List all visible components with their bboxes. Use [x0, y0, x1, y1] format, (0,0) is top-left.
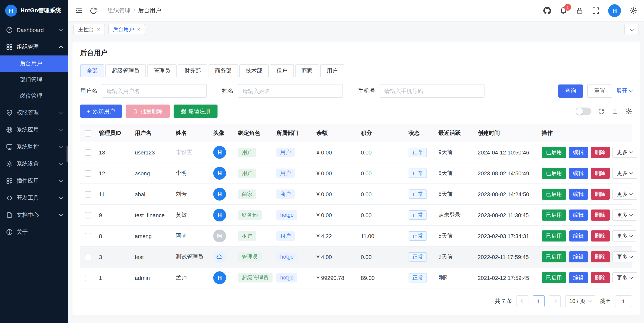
enabled-button[interactable]: 已启用 — [542, 272, 566, 283]
sidebar-item-devtools[interactable]: 开发工具 — [0, 189, 68, 206]
sidebar-item-perm[interactable]: 权限管理 — [0, 104, 68, 121]
avatar: H — [213, 146, 226, 159]
row-checkbox[interactable] — [85, 170, 91, 177]
more-button[interactable]: 更多 — [612, 209, 637, 221]
filter-tab-merchant[interactable]: 商家 — [295, 65, 319, 77]
column-header: 头像 — [210, 124, 234, 142]
select-all-checkbox[interactable] — [85, 130, 91, 136]
filter-tab-tech[interactable]: 技术部 — [239, 65, 269, 77]
app-logo[interactable]: H HotGo管理系统 — [0, 0, 68, 21]
reload-table-icon[interactable] — [598, 108, 605, 115]
row-checkbox[interactable] — [85, 191, 91, 198]
avatar: H — [213, 271, 226, 284]
filter-tab-admin[interactable]: 管理员 — [147, 65, 176, 77]
name-input[interactable] — [238, 84, 343, 98]
username-input[interactable] — [102, 84, 207, 98]
breadcrumb-item[interactable]: 组织管理 — [108, 7, 130, 15]
filter-tab-business[interactable]: 商务部 — [208, 65, 238, 77]
delete-button[interactable]: 删除 — [590, 209, 610, 221]
enabled-button[interactable]: 已启用 — [542, 147, 566, 158]
row-checkbox[interactable] — [85, 149, 91, 156]
edit-button[interactable]: 编辑 — [569, 147, 588, 158]
lock-icon[interactable] — [576, 7, 584, 15]
delete-button[interactable]: 删除 — [590, 168, 610, 179]
page-size-select[interactable]: 10 / 页 — [565, 295, 596, 307]
row-checkbox[interactable] — [85, 212, 91, 218]
delete-button[interactable]: 删除 — [590, 189, 610, 200]
menu-fold-icon[interactable] — [75, 7, 83, 15]
sidebar-subitem-dept[interactable]: 部门管理 — [0, 72, 68, 88]
row-checkbox[interactable] — [85, 275, 91, 281]
sidebar-item-monitor[interactable]: 系统监控 — [0, 138, 68, 155]
tab-backend-users[interactable]: 后台用户× — [108, 24, 145, 35]
expand-link[interactable]: 展开 — [616, 87, 632, 95]
sidebar-item-addons[interactable]: 插件应用 — [0, 172, 68, 189]
column-settings-icon[interactable] — [625, 108, 632, 115]
row-checkbox[interactable] — [85, 233, 91, 239]
more-button[interactable]: 更多 — [612, 168, 637, 179]
delete-button[interactable]: 删除 — [590, 251, 610, 262]
enabled-button[interactable]: 已启用 — [542, 168, 566, 179]
sidebar-item-setting[interactable]: 系统设置 — [0, 155, 68, 172]
tab-actions-button[interactable] — [624, 24, 639, 35]
enabled-button[interactable]: 已启用 — [542, 189, 566, 200]
notifications-button[interactable]: 1 — [560, 7, 567, 15]
striped-toggle[interactable] — [576, 107, 591, 115]
more-button[interactable]: 更多 — [612, 251, 637, 262]
close-icon[interactable]: × — [97, 27, 100, 33]
page-number-button[interactable]: 1 — [532, 295, 544, 307]
row-height-icon[interactable] — [612, 108, 618, 115]
sidebar-item-about[interactable]: 关于 — [0, 224, 68, 241]
filter-tab-all[interactable]: 全部 — [80, 65, 104, 77]
batch-delete-button[interactable]: 批量删除 — [126, 105, 170, 118]
filter-tab-user[interactable]: 用户 — [320, 65, 344, 77]
edit-button[interactable]: 编辑 — [569, 251, 588, 262]
close-icon[interactable]: × — [137, 27, 140, 33]
enabled-button[interactable]: 已启用 — [542, 230, 566, 241]
fullscreen-icon[interactable] — [592, 7, 600, 15]
search-button[interactable]: 查询 — [558, 84, 583, 98]
filter-tab-label: 技术部 — [246, 67, 262, 75]
more-button[interactable]: 更多 — [612, 147, 637, 158]
refresh-icon[interactable] — [90, 7, 97, 15]
next-page-button[interactable] — [549, 295, 560, 307]
sidebar-item-org[interactable]: 组织管理 — [0, 38, 68, 56]
jump-page-input[interactable] — [615, 295, 632, 307]
more-button[interactable]: 更多 — [612, 272, 637, 283]
delete-button[interactable]: 删除 — [590, 272, 610, 283]
filter-tab-tenant[interactable]: 租户 — [270, 65, 294, 77]
tab-console[interactable]: 主控台× — [73, 24, 105, 35]
filter-tab-finance[interactable]: 财务部 — [178, 65, 207, 77]
delete-button[interactable]: 删除 — [590, 147, 610, 158]
filter-tab-label: 管理员 — [154, 67, 170, 75]
breadcrumb-item-current: 后台用户 — [138, 7, 161, 15]
mobile-input[interactable] — [380, 84, 484, 98]
edit-button[interactable]: 编辑 — [569, 230, 588, 241]
more-button[interactable]: 更多 — [612, 189, 637, 200]
filter-username: 用户名 — [80, 84, 207, 98]
enabled-button[interactable]: 已启用 — [542, 251, 566, 262]
sidebar-subitem-backend-users[interactable]: 后台用户 — [0, 56, 68, 72]
settings-gear-icon[interactable] — [630, 7, 637, 15]
enabled-button[interactable]: 已启用 — [542, 209, 566, 221]
invite-register-button[interactable]: 邀请注册 — [173, 105, 217, 118]
role-tag: 租户 — [238, 231, 256, 241]
user-avatar[interactable]: H — [608, 4, 621, 17]
more-button[interactable]: 更多 — [612, 230, 637, 241]
sidebar-scrollbar[interactable] — [66, 146, 68, 162]
prev-page-button[interactable] — [516, 295, 528, 307]
delete-button[interactable]: 删除 — [590, 230, 610, 241]
github-icon[interactable] — [543, 7, 551, 15]
edit-button[interactable]: 编辑 — [569, 209, 588, 221]
sidebar-item-app[interactable]: 系统应用 — [0, 121, 68, 138]
edit-button[interactable]: 编辑 — [569, 168, 588, 179]
edit-button[interactable]: 编辑 — [569, 189, 588, 200]
sidebar-item-doc[interactable]: 文档中心 — [0, 206, 68, 224]
sidebar-item-dashboard[interactable]: Dashboard — [0, 21, 68, 38]
sidebar-subitem-post[interactable]: 岗位管理 — [0, 88, 68, 104]
filter-tab-super-admin[interactable]: 超级管理员 — [105, 65, 146, 77]
row-checkbox[interactable] — [85, 254, 91, 260]
edit-button[interactable]: 编辑 — [569, 272, 588, 283]
reset-button[interactable]: 重置 — [587, 84, 612, 98]
add-user-button[interactable]: + 添加用户 — [80, 105, 122, 118]
